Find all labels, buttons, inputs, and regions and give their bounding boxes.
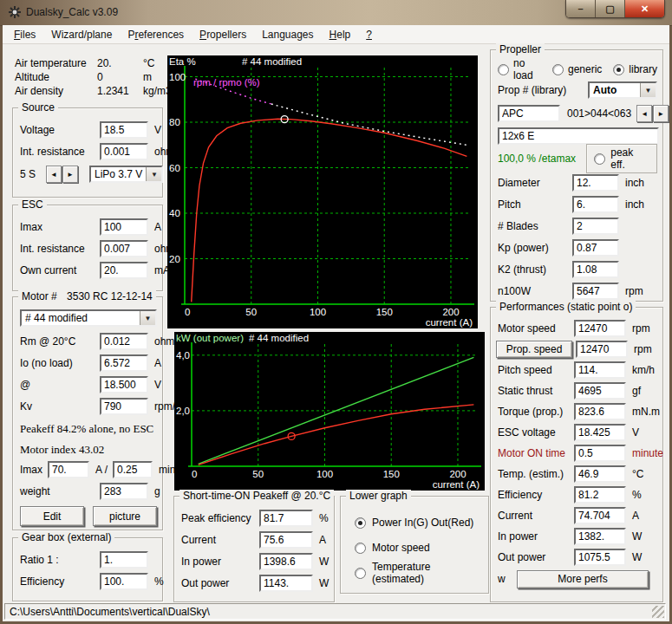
cell-type-combobox[interactable]: LiPo 3.7 V ▼ bbox=[89, 166, 163, 183]
prop-maker-input[interactable] bbox=[498, 105, 560, 122]
n100w-input[interactable] bbox=[572, 283, 619, 300]
menu-preferences[interactable]: Preferences bbox=[120, 26, 192, 43]
perf-current-row: CurrentA bbox=[498, 505, 657, 526]
radio-icon[interactable] bbox=[498, 64, 509, 75]
radio-icon[interactable] bbox=[613, 64, 624, 75]
torque-prop-input[interactable] bbox=[574, 403, 626, 420]
motor-on-time-input[interactable] bbox=[574, 445, 626, 462]
close-button[interactable]: ✕ bbox=[625, 0, 664, 17]
perf-current-input[interactable] bbox=[574, 507, 626, 524]
io-no-load-input[interactable] bbox=[100, 354, 148, 372]
radio-generic-label: generic bbox=[568, 63, 602, 75]
st-out-power-input[interactable] bbox=[259, 575, 313, 592]
prop-speed-unit: rpm bbox=[634, 343, 652, 355]
radio-icon[interactable] bbox=[594, 153, 605, 165]
menu-help[interactable]: Help bbox=[322, 26, 359, 43]
radio-generic[interactable]: generic bbox=[552, 63, 602, 75]
kv-input[interactable] bbox=[100, 398, 148, 415]
perf-efficiency-input[interactable] bbox=[574, 486, 626, 504]
own-current-input[interactable] bbox=[100, 262, 148, 279]
prop-prev-button[interactable]: ◄ bbox=[636, 105, 652, 122]
motor-combobox[interactable]: # 44 modified ▼ bbox=[20, 309, 157, 327]
static-thrust-unit: gf bbox=[632, 385, 641, 397]
prop-speed-input[interactable] bbox=[576, 341, 628, 358]
perf-efficiency-unit: % bbox=[632, 489, 642, 501]
menu-wizard-plane[interactable]: Wizard/plane bbox=[43, 26, 120, 43]
static-thrust-input[interactable] bbox=[574, 382, 626, 400]
st-current-input[interactable] bbox=[259, 531, 313, 549]
cell-increment-button[interactable]: ► bbox=[62, 166, 78, 183]
picture-button[interactable]: picture bbox=[93, 506, 157, 526]
voltage-input[interactable] bbox=[100, 121, 148, 139]
more-perfs-button[interactable]: More perfs bbox=[517, 570, 649, 588]
cell-count-stepper: ◄ ► bbox=[46, 166, 79, 183]
radio-no-load[interactable]: no load bbox=[498, 57, 541, 81]
menu-files[interactable]: Files bbox=[6, 26, 43, 43]
chevron-down-icon[interactable]: ▼ bbox=[640, 83, 656, 97]
chevron-down-icon[interactable]: ▼ bbox=[140, 311, 155, 325]
temp-estim-input[interactable] bbox=[574, 465, 626, 483]
own-current-label: Own current bbox=[20, 264, 100, 276]
cell-decrement-button[interactable]: ◄ bbox=[46, 166, 62, 183]
kp-power-input[interactable] bbox=[572, 239, 619, 257]
minimize-button[interactable]: – bbox=[566, 0, 596, 17]
edit-button[interactable]: Edit bbox=[20, 506, 84, 526]
esc-int-resistance-input[interactable] bbox=[100, 240, 148, 257]
radio-temperature-label: Temperature (estimated) bbox=[372, 561, 483, 585]
perf-in-power-input[interactable] bbox=[574, 528, 626, 545]
menu-question[interactable]: ? bbox=[358, 26, 380, 43]
motor-imax-mid-label: A / bbox=[95, 464, 108, 476]
rm-20c-input[interactable] bbox=[100, 333, 148, 350]
esc-voltage-input[interactable] bbox=[574, 424, 626, 441]
esc-int-resistance-row: Int. resistanceohm bbox=[20, 237, 157, 259]
peak-eff-radio[interactable]: peak eff. bbox=[586, 144, 657, 173]
menu-propellers[interactable]: Propellers bbox=[192, 26, 254, 43]
motor-speed-unit: rpm bbox=[632, 322, 650, 335]
motor-imax-time-input[interactable] bbox=[113, 461, 153, 478]
motor-speed-input[interactable] bbox=[574, 320, 626, 337]
radio-icon[interactable] bbox=[355, 517, 366, 529]
kp-power-label: Kp (power) bbox=[498, 242, 572, 254]
performances-panel: Performances (static point o) Motor spee… bbox=[490, 307, 663, 602]
esc-imax-label: Imax bbox=[20, 221, 100, 233]
radio-icon[interactable] bbox=[355, 543, 366, 554]
menu-languages[interactable]: Languages bbox=[254, 26, 321, 43]
k2-thrust-input[interactable] bbox=[572, 261, 619, 278]
motor-weight-input[interactable] bbox=[100, 483, 148, 500]
at-voltage-input[interactable] bbox=[100, 376, 148, 393]
prop-auto-combobox[interactable]: Auto ▼ bbox=[588, 81, 657, 99]
perf-out-power-input[interactable] bbox=[574, 549, 626, 566]
source-int-resistance-row: Int. resistanceohm bbox=[20, 140, 157, 162]
prop-speed-label[interactable]: Prop. speed bbox=[496, 341, 572, 358]
gear-efficiency-input[interactable] bbox=[100, 573, 148, 590]
peak-efficiency-input[interactable] bbox=[259, 510, 313, 527]
svg-text:0: 0 bbox=[185, 307, 190, 317]
voltage-unit: V bbox=[154, 124, 161, 136]
prop-next-button[interactable]: ► bbox=[653, 105, 669, 122]
chevron-down-icon[interactable]: ▼ bbox=[146, 167, 161, 181]
radio-motor-speed[interactable]: Motor speed bbox=[355, 539, 483, 556]
motor-imax-input[interactable] bbox=[48, 461, 89, 478]
blades-input[interactable] bbox=[572, 218, 619, 235]
motor-imax-row: Imax A / minute bbox=[20, 458, 157, 480]
radio-icon[interactable] bbox=[355, 568, 366, 579]
ratio-input[interactable] bbox=[100, 551, 148, 569]
pitch-speed-input[interactable] bbox=[574, 361, 626, 379]
maximize-button[interactable]: ▢ bbox=[596, 0, 625, 17]
radio-library[interactable]: library bbox=[613, 63, 657, 75]
gearbox-panel: Gear box (external) Ratio 1 :Efficiency% bbox=[12, 537, 163, 601]
radio-power-in-out[interactable]: Power In(G) Out(Red) bbox=[355, 514, 483, 531]
st-in-power-input[interactable] bbox=[259, 553, 313, 570]
propeller-panel: Propeller no load generic library Prop #… bbox=[490, 49, 663, 302]
pitch-input[interactable] bbox=[572, 196, 619, 213]
source-int-resistance-input[interactable] bbox=[100, 143, 148, 160]
radio-temperature[interactable]: Temperature (estimated) bbox=[355, 564, 483, 582]
resize-grip[interactable] bbox=[652, 606, 664, 618]
diameter-input[interactable] bbox=[572, 174, 619, 192]
radio-icon[interactable] bbox=[552, 64, 564, 75]
air-density-label: Air density bbox=[15, 85, 97, 97]
prop-name-input[interactable] bbox=[498, 127, 659, 145]
esc-imax-input[interactable] bbox=[100, 218, 148, 236]
io-no-load-row: Io (no load)A bbox=[20, 352, 157, 374]
title-bar[interactable]: Dualsky_Calc v3.09 – ▢ ✕ bbox=[0, 0, 672, 26]
